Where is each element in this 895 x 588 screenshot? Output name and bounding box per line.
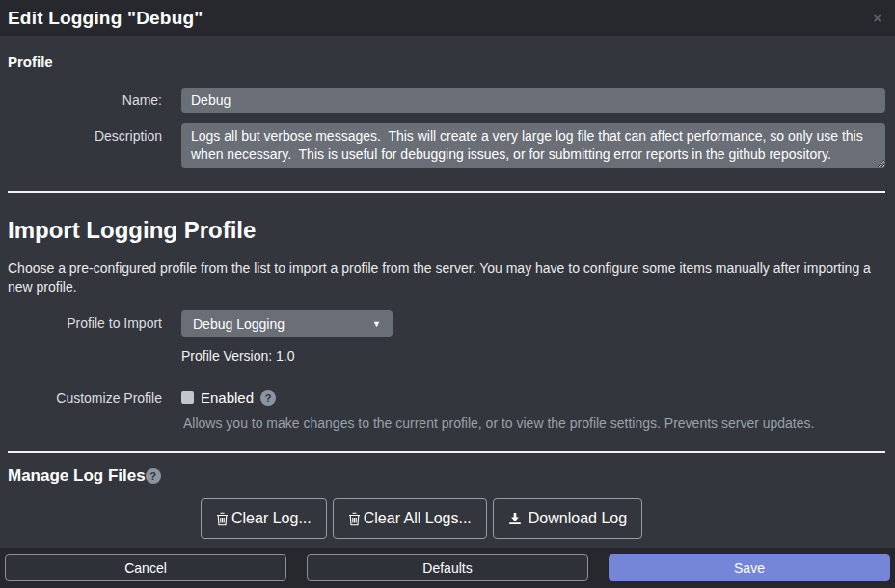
manage-log-files-heading-text: Manage Log Files bbox=[8, 467, 146, 486]
manage-buttons-row: Clear Log... Clear All Logs... Download … bbox=[201, 498, 885, 539]
help-icon[interactable]: ? bbox=[146, 468, 161, 484]
profile-to-import-select[interactable]: Debug Logging ▼ bbox=[181, 310, 393, 337]
description-textarea[interactable]: Logs all but verbose messages. This will… bbox=[181, 123, 885, 168]
download-log-button-label: Download Log bbox=[529, 510, 627, 527]
chevron-down-icon: ▼ bbox=[372, 319, 381, 329]
save-button[interactable]: Save bbox=[609, 554, 890, 581]
clear-all-logs-button[interactable]: Clear All Logs... bbox=[333, 498, 487, 539]
enabled-label: Enabled bbox=[201, 389, 254, 406]
clear-log-button-label: Clear Log... bbox=[231, 510, 312, 527]
profile-version-text: Profile Version: 1.0 bbox=[181, 348, 885, 363]
modal-title: Edit Logging "Debug" bbox=[8, 8, 203, 29]
name-input[interactable] bbox=[181, 88, 885, 113]
profile-to-import-row: Profile to Import Debug Logging ▼ bbox=[8, 310, 885, 337]
manage-log-files-heading: Manage Log Files ? bbox=[8, 467, 885, 486]
modal-footer: Cancel Defaults Save bbox=[0, 548, 895, 588]
download-log-button[interactable]: Download Log bbox=[493, 498, 642, 539]
clear-all-logs-button-label: Clear All Logs... bbox=[364, 510, 472, 527]
enabled-checkbox[interactable] bbox=[181, 391, 194, 404]
cancel-button[interactable]: Cancel bbox=[5, 554, 286, 581]
profile-section-heading: Profile bbox=[8, 53, 885, 69]
customize-profile-label: Customize Profile bbox=[8, 390, 181, 406]
description-label: Description bbox=[8, 123, 181, 172]
close-icon[interactable]: × bbox=[873, 11, 881, 25]
clear-log-button[interactable]: Clear Log... bbox=[201, 498, 327, 539]
trash-icon bbox=[216, 512, 229, 526]
customize-profile-help-text: Allows you to make changes to the curren… bbox=[183, 415, 885, 431]
import-section-heading: Import Logging Profile bbox=[8, 217, 885, 244]
profile-to-import-selected-value: Debug Logging bbox=[193, 316, 285, 332]
description-row: Description Logs all but verbose message… bbox=[8, 123, 885, 172]
trash-icon bbox=[348, 512, 361, 526]
profile-to-import-label: Profile to Import bbox=[8, 310, 181, 331]
modal-header: Edit Logging "Debug" × bbox=[0, 0, 895, 36]
defaults-button[interactable]: Defaults bbox=[307, 554, 588, 581]
modal-body: Profile Name: Description Logs all but v… bbox=[0, 36, 895, 548]
download-icon bbox=[508, 512, 522, 525]
name-label: Name: bbox=[8, 88, 181, 113]
help-icon[interactable]: ? bbox=[260, 390, 276, 406]
name-row: Name: bbox=[8, 88, 885, 113]
import-section-description: Choose a pre-configured profile from the… bbox=[8, 258, 885, 297]
section-divider bbox=[8, 451, 885, 453]
section-divider bbox=[8, 191, 885, 193]
edit-logging-modal: Edit Logging "Debug" × Profile Name: Des… bbox=[0, 0, 895, 588]
customize-profile-row: Customize Profile Enabled ? bbox=[8, 389, 885, 406]
